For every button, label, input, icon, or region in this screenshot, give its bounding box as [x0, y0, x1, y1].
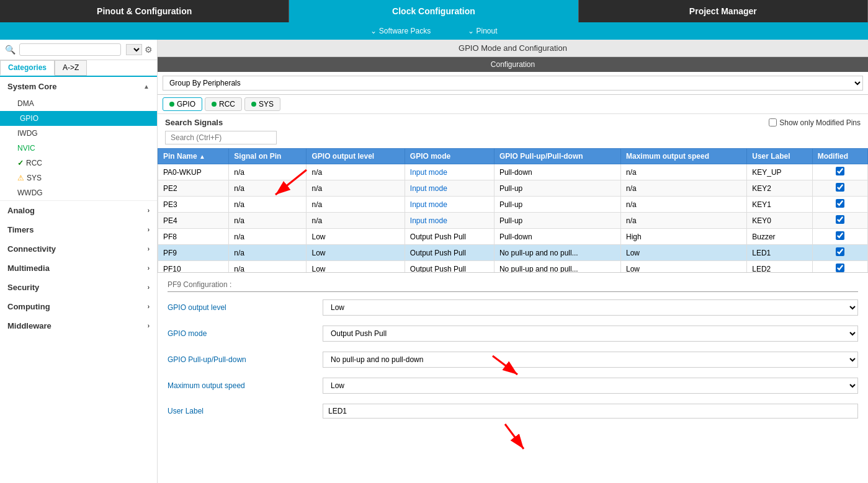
sidebar-item-gpio[interactable]: GPIO: [0, 111, 157, 126]
show-modified-checkbox[interactable]: [769, 118, 777, 126]
modified-checkbox[interactable]: [836, 215, 844, 224]
user-label-label: User Label: [168, 407, 323, 415]
sidebar-item-wwdg[interactable]: WWDG: [0, 185, 157, 200]
sys-status-dot: [251, 102, 256, 107]
collapse-arrow: ▲: [143, 83, 150, 90]
col-speed[interactable]: Maximum output speed: [621, 149, 747, 164]
sidebar-tabs: Categories A->Z: [0, 60, 157, 77]
config-row-gpio-mode: GPIO mode Output Push Pull Output Open D…: [168, 326, 858, 342]
show-modified-row: Show only Modified Pins: [769, 118, 861, 127]
section-system-core: System Core ▲ DMA GPIO IWDG NVIC: [0, 77, 157, 201]
chevron-right-icon: ›: [148, 322, 150, 329]
sidebar-search-row: 🔍 ⚙: [0, 40, 157, 60]
content-area: GPIO Mode and Configuration Configuratio…: [158, 40, 868, 483]
sidebar-item-nvic[interactable]: NVIC: [0, 141, 157, 156]
col-pin-name[interactable]: Pin Name ▲: [158, 149, 229, 164]
col-signal[interactable]: Signal on Pin: [229, 149, 306, 164]
gpio-level-select[interactable]: Low High: [323, 299, 858, 316]
table-row[interactable]: PF10 n/a Low Output Push Pull No pull-up…: [158, 261, 868, 273]
config-row-gpio-level: GPIO output level Low High: [168, 299, 858, 316]
search-icon: 🔍: [5, 45, 16, 55]
sidebar-item-dma[interactable]: DMA: [0, 96, 157, 111]
col-level[interactable]: GPIO output level: [306, 149, 405, 164]
sidebar-item-computing[interactable]: Computing ›: [0, 297, 157, 316]
col-pull[interactable]: GPIO Pull-up/Pull-down: [494, 149, 620, 164]
table-row[interactable]: PE3 n/a n/a Input mode Pull-up n/a KEY1: [158, 197, 868, 213]
pinout-config-tab[interactable]: Pinout & Configuration: [0, 0, 289, 22]
sidebar-search-input[interactable]: [19, 43, 121, 56]
chevron-right-icon: ›: [148, 303, 150, 310]
modified-checkbox[interactable]: [836, 183, 844, 192]
sidebar-item-multimedia[interactable]: Multimedia ›: [0, 259, 157, 278]
col-mode[interactable]: GPIO mode: [405, 149, 494, 164]
sidebar-item-analog[interactable]: Analog ›: [0, 201, 157, 220]
modified-checkbox[interactable]: [836, 247, 844, 256]
gpio-table-body: PA0-WKUP n/a n/a Input mode Pull-down n/…: [158, 164, 868, 273]
sidebar-item-sys[interactable]: ⚠ SYS: [0, 171, 157, 185]
gpio-table: Pin Name ▲ Signal on Pin GPIO output lev…: [158, 148, 868, 272]
max-speed-label: Maximum output speed: [168, 381, 323, 390]
gpio-status-dot: [169, 102, 174, 107]
gear-icon[interactable]: ⚙: [145, 43, 153, 56]
sidebar-item-rcc[interactable]: ✓ RCC: [0, 156, 157, 171]
content-main: Search Signals Show only Modified Pins P…: [158, 114, 868, 483]
toolbar-row: Group By Peripherals: [158, 72, 868, 95]
tab-sys[interactable]: SYS: [244, 97, 280, 111]
project-manager-tab[interactable]: Project Manager: [579, 0, 868, 22]
table-row[interactable]: PF8 n/a Low Output Push Pull Pull-down H…: [158, 229, 868, 245]
table-row[interactable]: PE4 n/a n/a Input mode Pull-up n/a KEY0: [158, 213, 868, 229]
configuration-header: Configuration: [158, 57, 868, 72]
col-user-label[interactable]: User Label: [747, 149, 812, 164]
config-tab-row: GPIO RCC SYS: [158, 95, 868, 114]
rcc-status-dot: [212, 102, 217, 107]
gpio-pull-select[interactable]: No pull-up and no pull-down Pull-up Pull…: [323, 352, 858, 368]
sidebar-item-security[interactable]: Security ›: [0, 278, 157, 297]
gpio-pull-label: GPIO Pull-up/Pull-down: [168, 355, 323, 364]
tab-gpio[interactable]: GPIO: [163, 97, 202, 111]
chevron-right-icon: ›: [148, 284, 150, 291]
modified-checkbox[interactable]: [836, 264, 844, 272]
sidebar-item-middleware[interactable]: Middleware ›: [0, 316, 157, 335]
sidebar-content: System Core ▲ DMA GPIO IWDG NVIC: [0, 77, 157, 483]
tab-rcc[interactable]: RCC: [205, 97, 242, 111]
chevron-right-icon: ›: [148, 207, 150, 214]
user-label-input[interactable]: [323, 404, 858, 419]
max-speed-select[interactable]: Low Medium High: [323, 378, 858, 394]
modified-checkbox[interactable]: [836, 231, 844, 240]
main-layout: 🔍 ⚙ Categories A->Z System Core ▲: [0, 40, 868, 483]
sidebar: 🔍 ⚙ Categories A->Z System Core ▲: [0, 40, 158, 483]
signal-search-area: Search Signals Show only Modified Pins: [158, 114, 868, 130]
pinout-menu[interactable]: ⌄ Pinout: [468, 27, 497, 35]
signal-search-input[interactable]: [165, 131, 277, 144]
col-modified[interactable]: Modified: [812, 149, 867, 164]
pf9-config-panel: PF9 Configuration : GPIO output level Lo…: [158, 272, 868, 483]
clock-config-tab[interactable]: Clock Configuration: [289, 0, 578, 22]
chevron-right-icon: ›: [148, 226, 150, 233]
table-header-row: Pin Name ▲ Signal on Pin GPIO output lev…: [158, 149, 868, 164]
group-by-select[interactable]: Group By Peripherals: [163, 76, 863, 91]
sidebar-item-iwdg[interactable]: IWDG: [0, 126, 157, 141]
tab-categories[interactable]: Categories: [0, 60, 55, 76]
svg-line-7: [505, 424, 524, 449]
signal-search-input-row: [158, 130, 868, 148]
gpio-mode-label: GPIO mode: [168, 329, 323, 338]
gpio-level-label: GPIO output level: [168, 303, 323, 312]
modified-checkbox[interactable]: [836, 167, 844, 175]
config-row-gpio-pull: GPIO Pull-up/Pull-down No pull-up and no…: [168, 352, 858, 368]
table-row[interactable]: PE2 n/a n/a Input mode Pull-up n/a KEY2: [158, 180, 868, 197]
modified-checkbox[interactable]: [836, 199, 844, 208]
section-system-core-header[interactable]: System Core ▲: [0, 77, 157, 96]
chevron-right-icon: ›: [148, 246, 150, 252]
sidebar-dropdown[interactable]: [126, 44, 142, 55]
pf9-config-title: PF9 Configuration :: [168, 280, 858, 292]
sidebar-item-timers[interactable]: Timers ›: [0, 220, 157, 239]
software-packs-menu[interactable]: ⌄ Software Packs: [370, 27, 431, 35]
sidebar-item-connectivity[interactable]: Connectivity ›: [0, 239, 157, 259]
gpio-mode-select[interactable]: Output Push Pull Output Open Drain Input…: [323, 326, 858, 342]
top-navigation: Pinout & Configuration Clock Configurati…: [0, 0, 868, 22]
table-row[interactable]: PF9 n/a Low Output Push Pull No pull-up …: [158, 245, 868, 261]
table-row[interactable]: PA0-WKUP n/a n/a Input mode Pull-down n/…: [158, 164, 868, 180]
tab-az[interactable]: A->Z: [55, 60, 87, 76]
rcc-check-icon: ✓: [17, 159, 24, 167]
sys-warning-icon: ⚠: [17, 174, 24, 182]
